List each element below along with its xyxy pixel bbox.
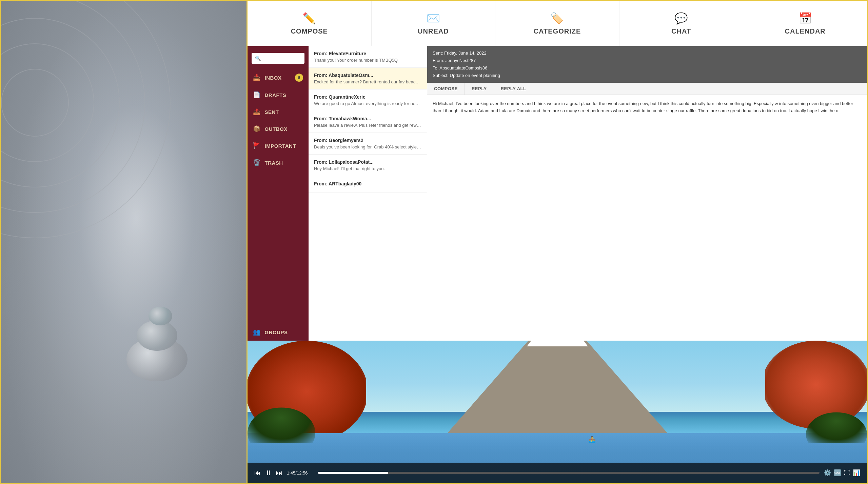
- outbox-icon: 📦: [253, 125, 261, 133]
- email-from-3: From: QuarantineXeric: [314, 94, 421, 100]
- email-preview-4: Please leave a review. Plus refer friend…: [314, 123, 421, 128]
- sidebar-item-groups[interactable]: 👥 GROUPS: [248, 324, 309, 341]
- email-preview-1: Thank you! Your order number is TMBQ5Q: [314, 58, 421, 63]
- chat-icon: 💬: [674, 12, 688, 25]
- email-list: From: ElevateFurniture Thank you! Your o…: [309, 46, 427, 341]
- compose-button[interactable]: ✏️ COMPOSE: [248, 1, 372, 46]
- sent-label: SENT: [265, 109, 279, 115]
- outbox-label: OUTBOX: [265, 126, 288, 132]
- sidebar-item-sent[interactable]: 📤 SENT: [248, 103, 309, 120]
- sidebar-item-inbox[interactable]: 📥 INBOX 6: [248, 69, 309, 86]
- email-preview-2: Excited for the summer? Barrett rented o…: [314, 79, 421, 84]
- sidebar-item-important[interactable]: 🚩 IMPORTANT: [248, 137, 309, 154]
- boat: 🚣: [588, 436, 596, 443]
- inbox-badge: 6: [295, 74, 303, 82]
- calendar-icon: 📅: [798, 12, 812, 25]
- email-item-2[interactable]: From: AbsquatulateOsm... Excited for the…: [309, 68, 427, 89]
- email-detail: Sent: Friday, June 14, 2022 From: Jennys…: [427, 46, 867, 341]
- email-from-7: From: ARTbaglady00: [314, 181, 421, 186]
- groups-icon: 👥: [253, 328, 261, 336]
- stats-icon[interactable]: 📊: [853, 469, 860, 477]
- progress-bar[interactable]: [318, 472, 820, 474]
- fast-forward-button[interactable]: ⏭: [276, 469, 283, 477]
- drafts-icon: 📄: [253, 91, 261, 99]
- email-from-2: From: AbsquatulateOsm...: [314, 73, 421, 78]
- email-detail-header: Sent: Friday, June 14, 2022 From: Jennys…: [427, 46, 867, 83]
- rewind-button[interactable]: ⏮: [254, 469, 261, 477]
- detail-toolbar: COMPOSE REPLY REPLY ALL: [427, 83, 867, 95]
- pause-button[interactable]: ⏸: [265, 469, 272, 477]
- cc-icon[interactable]: 🆒: [834, 469, 841, 477]
- important-icon: 🚩: [253, 142, 261, 149]
- email-from-1: From: ElevateFurniture: [314, 51, 421, 56]
- groups-label: GROUPS: [265, 329, 288, 335]
- video-controls: ⏮ ⏸ ⏭ 1:45/12:56 ⚙️ 🆒 ⛶ 📊: [248, 463, 867, 483]
- compose-label: COMPOSE: [291, 27, 328, 35]
- inbox-label: INBOX: [265, 75, 282, 81]
- email-item-4[interactable]: From: TomahawkWoma... Please leave a rev…: [309, 111, 427, 133]
- unread-icon: ✉️: [427, 12, 440, 25]
- calendar-button[interactable]: 📅 CALENDAR: [743, 1, 867, 46]
- email-from-6: From: LollapaloosaPotat...: [314, 159, 421, 165]
- compose-icon: ✏️: [302, 12, 316, 25]
- search-input[interactable]: [252, 53, 304, 64]
- detail-to: To: AbsquatulateOsmosis86: [433, 64, 862, 72]
- current-time: 1:45/12:56: [287, 470, 314, 476]
- trash-icon: 🗑️: [253, 159, 261, 166]
- email-item-6[interactable]: From: LollapaloosaPotat... Hey Michael! …: [309, 155, 427, 176]
- sidebar: 📥 INBOX 6 📄 DRAFTS 📤 SENT 📦 OUTBOX 🚩 IMP…: [248, 46, 309, 341]
- inbox-icon: 📥: [253, 74, 261, 81]
- categorize-icon: 🏷️: [550, 12, 564, 25]
- right-panel: ✏️ COMPOSE ✉️ UNREAD 🏷️ CATEGORIZE 💬 CHA…: [248, 0, 868, 484]
- email-from-5: From: Georgiemyers2: [314, 138, 421, 143]
- detail-reply-all-button[interactable]: REPLY ALL: [494, 83, 533, 95]
- detail-compose-button[interactable]: COMPOSE: [427, 83, 465, 95]
- unread-button[interactable]: ✉️ UNREAD: [372, 1, 496, 46]
- chat-label: CHAT: [671, 27, 691, 35]
- video-panel: 🚣 ⏮ ⏸ ⏭ 1:45/12:56 ⚙️ 🆒 ⛶ 📊: [248, 341, 867, 483]
- email-from-4: From: TomahawkWoma...: [314, 116, 421, 121]
- email-item-1[interactable]: From: ElevateFurniture Thank you! Your o…: [309, 46, 427, 68]
- zen-garden-panel: [0, 0, 248, 484]
- email-item-5[interactable]: From: Georgiemyers2 Deals you've been lo…: [309, 133, 427, 155]
- categorize-label: CATEGORIZE: [534, 27, 581, 35]
- sidebar-item-trash[interactable]: 🗑️ TRASH: [248, 154, 309, 171]
- sent-icon: 📤: [253, 108, 261, 116]
- chat-button[interactable]: 💬 CHAT: [619, 1, 744, 46]
- video-settings-controls: ⚙️ 🆒 ⛶ 📊: [824, 469, 860, 477]
- main-content: 📥 INBOX 6 📄 DRAFTS 📤 SENT 📦 OUTBOX 🚩 IMP…: [248, 46, 867, 341]
- email-preview-5: Deals you've been looking for. Grab 40% …: [314, 144, 421, 149]
- detail-from: From: JennysNest287: [433, 57, 862, 64]
- email-preview-6: Hey Michael! I'll get that right to you.: [314, 166, 421, 171]
- unread-label: UNREAD: [418, 27, 449, 35]
- categorize-button[interactable]: 🏷️ CATEGORIZE: [495, 1, 619, 46]
- sidebar-item-drafts[interactable]: 📄 DRAFTS: [248, 86, 309, 103]
- detail-subject: Subject: Update on event planning: [433, 72, 862, 79]
- calendar-label: CALENDAR: [785, 27, 826, 35]
- detail-reply-button[interactable]: REPLY: [465, 83, 494, 95]
- toolbar: ✏️ COMPOSE ✉️ UNREAD 🏷️ CATEGORIZE 💬 CHA…: [248, 1, 867, 46]
- email-preview-3: We are good to go Almost everything is r…: [314, 101, 421, 106]
- important-label: IMPORTANT: [265, 143, 296, 149]
- email-body: Hi Michael, I've been looking over the n…: [427, 95, 867, 120]
- sidebar-item-outbox[interactable]: 📦 OUTBOX: [248, 120, 309, 137]
- drafts-label: DRAFTS: [265, 92, 287, 98]
- fullscreen-icon[interactable]: ⛶: [844, 469, 850, 477]
- progress-bar-fill: [318, 472, 388, 474]
- trash-label: TRASH: [265, 160, 283, 166]
- detail-sent: Sent: Friday, June 14, 2022: [433, 49, 862, 57]
- settings-icon[interactable]: ⚙️: [824, 469, 831, 477]
- email-item-7[interactable]: From: ARTbaglady00: [309, 176, 427, 193]
- email-item-3[interactable]: From: QuarantineXeric We are good to go …: [309, 89, 427, 111]
